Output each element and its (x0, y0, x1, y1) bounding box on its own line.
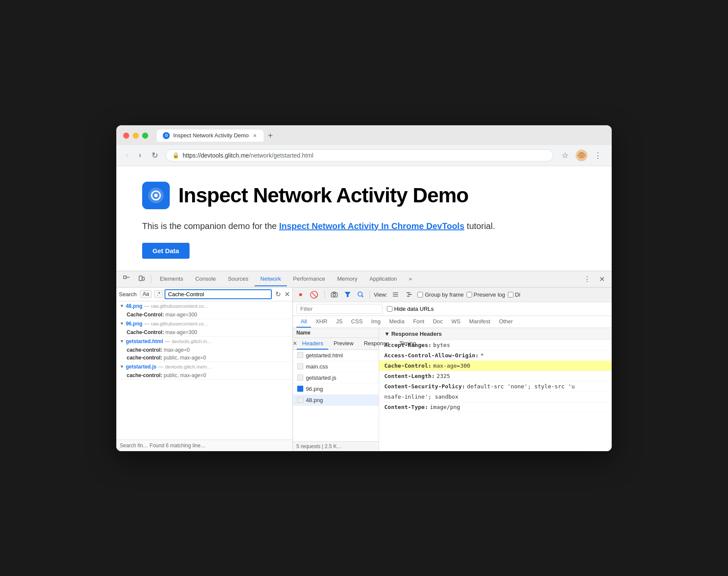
file-list-header: Name (293, 328, 379, 338)
sub-tab-preview[interactable]: Preview (328, 338, 358, 350)
search-result-header-getstarted-js[interactable]: ▼ getstarted.js — devtools.glitch.me/n… (116, 362, 292, 372)
result-filename-getstarted-html: getstarted.html (126, 338, 163, 344)
reload-button[interactable]: ↻ (149, 150, 161, 161)
type-tab-css[interactable]: CSS (347, 316, 367, 328)
search-result-header-48png[interactable]: ▼ 48.png — raw.githubusercontent.co… (116, 301, 292, 311)
result-source-getstarted-html: devtools.glitch.m… (172, 339, 212, 344)
search-result-group-getstarted-js: ▼ getstarted.js — devtools.glitch.me/n… … (116, 362, 292, 380)
result-value-96png-1: Cache-Control: max-age=300 (116, 328, 292, 336)
search-button[interactable] (355, 290, 366, 299)
view-list-button[interactable] (390, 290, 401, 299)
lock-icon: 🔒 (172, 152, 179, 158)
sub-tab-headers[interactable]: Headers (297, 338, 328, 350)
page-header: Inspect Network Activity Demo (142, 182, 586, 209)
disable-cache-check[interactable]: Di (508, 291, 520, 298)
devtools-inspect-element-button[interactable] (120, 274, 134, 284)
group-by-frame-check[interactable]: Group by frame (417, 291, 464, 298)
devtools-link[interactable]: Inspect Network Activity In Chrome DevTo… (279, 221, 464, 231)
toolbar-sep-2 (370, 291, 370, 298)
file-name-getstarted-html: getstarted.html (306, 352, 343, 359)
preserve-log-checkbox[interactable] (467, 292, 472, 297)
menu-button[interactable]: ⋮ (591, 149, 605, 162)
search-case-sensitive-button[interactable]: Aa (140, 290, 152, 298)
close-window-button[interactable] (123, 133, 129, 139)
devtools-more-button[interactable]: ⋮ (580, 273, 594, 285)
file-item-getstarted-html[interactable]: getstarted.html (293, 350, 379, 361)
result-arrow: ▼ (120, 364, 124, 369)
search-regex-button[interactable]: .* (154, 290, 163, 298)
url-bar[interactable]: 🔒 https://devtools.glitch.me/network/get… (166, 149, 553, 161)
header-key-cache-control: Cache-Control: (384, 362, 432, 369)
file-item-96png[interactable]: 96.png (293, 384, 379, 395)
devtools-device-toolbar-button[interactable] (134, 274, 148, 284)
browser-window: ⚙ Inspect Network Activity Demo × + ‹ › … (116, 125, 612, 451)
search-input[interactable] (168, 291, 268, 297)
tab-network[interactable]: Network (255, 272, 287, 286)
tab-performance[interactable]: Performance (287, 272, 331, 286)
type-tab-other[interactable]: Other (495, 316, 517, 328)
svg-rect-18 (407, 296, 410, 297)
hide-data-urls-check[interactable]: Hide data URLs (387, 306, 434, 312)
file-item-getstarted-js[interactable]: getstarted.js (293, 372, 379, 384)
filter-input[interactable] (296, 304, 383, 314)
page-subtitle: This is the companion demo for the Inspe… (142, 220, 586, 232)
tab-memory[interactable]: Memory (331, 272, 364, 286)
active-tab[interactable]: ⚙ Inspect Network Activity Demo × (157, 130, 264, 142)
file-list-name-col: Name (296, 330, 375, 336)
type-tab-manifest[interactable]: Manifest (465, 316, 495, 328)
type-tab-doc[interactable]: Doc (429, 316, 447, 328)
tab-elements[interactable]: Elements (154, 272, 189, 286)
forward-button[interactable]: › (136, 150, 144, 161)
tab-more[interactable]: » (403, 272, 418, 286)
result-filename-96png: 96.png (126, 321, 143, 327)
avatar[interactable]: 🐵 (576, 149, 588, 161)
search-close-button[interactable]: ✕ (284, 290, 290, 298)
back-button[interactable]: ‹ (123, 150, 131, 161)
hide-data-urls-checkbox[interactable] (387, 306, 392, 312)
devtools-close-button[interactable]: ✕ (596, 273, 608, 285)
window-controls (123, 133, 148, 139)
address-actions: ☆ 🐵 ⋮ (558, 149, 605, 162)
result-value-getstarted-html-2: cache-control: public, max-age=0 (116, 354, 292, 362)
view-waterfall-button[interactable] (404, 290, 415, 299)
tab-application[interactable]: Application (364, 272, 403, 286)
file-name-96png: 96.png (306, 386, 323, 392)
type-tab-ws[interactable]: WS (447, 316, 465, 328)
type-tab-js[interactable]: JS (332, 316, 347, 328)
preserve-log-check[interactable]: Preserve log (467, 291, 505, 298)
type-tab-xhr[interactable]: XHR (311, 316, 331, 328)
file-item-48png[interactable]: 48.png (293, 395, 379, 406)
type-tab-all[interactable]: All (296, 316, 311, 328)
file-item-main-css[interactable]: main.css (293, 361, 379, 372)
bookmark-button[interactable]: ☆ (558, 149, 572, 162)
screenshot-button[interactable] (329, 290, 340, 299)
tab-close-button[interactable]: × (252, 132, 258, 139)
type-tab-font[interactable]: Font (409, 316, 429, 328)
maximize-window-button[interactable] (142, 133, 148, 139)
svg-point-8 (333, 294, 336, 296)
tab-favicon: ⚙ (163, 132, 170, 139)
search-result-header-getstarted-html[interactable]: ▼ getstarted.html — devtools.glitch.m… (116, 337, 292, 346)
header-row-accept-ranges: Accept-Ranges: bytes (379, 340, 612, 350)
search-result-header-96png[interactable]: ▼ 96.png — raw.githubusercontent.co… (116, 319, 292, 328)
group-by-frame-checkbox[interactable] (417, 292, 423, 297)
sub-tab-close[interactable]: × (293, 338, 297, 350)
new-tab-button[interactable]: + (264, 130, 277, 142)
minimize-window-button[interactable] (133, 133, 139, 139)
clear-button[interactable]: 🚫 (308, 289, 320, 300)
svg-marker-10 (345, 292, 351, 297)
get-data-button[interactable]: Get Data (142, 243, 190, 259)
filter-button[interactable] (342, 290, 353, 299)
record-button[interactable]: ● (296, 289, 305, 300)
type-tab-media[interactable]: Media (385, 316, 408, 328)
tab-console[interactable]: Console (189, 272, 222, 286)
disable-cache-checkbox[interactable] (508, 292, 513, 297)
result-source-96png: raw.githubusercontent.co… (151, 321, 208, 326)
result-source-getstarted-js: devtools.glitch.me/n… (165, 364, 212, 369)
search-refresh-button[interactable]: ↻ (274, 289, 283, 299)
tab-sources[interactable]: Sources (222, 272, 255, 286)
filter-row: Hide data URLs (293, 302, 612, 316)
type-tab-img[interactable]: Img (367, 316, 385, 328)
file-name-48png: 48.png (306, 397, 323, 403)
url-domain: https://devtools.glitch.me (183, 152, 249, 159)
